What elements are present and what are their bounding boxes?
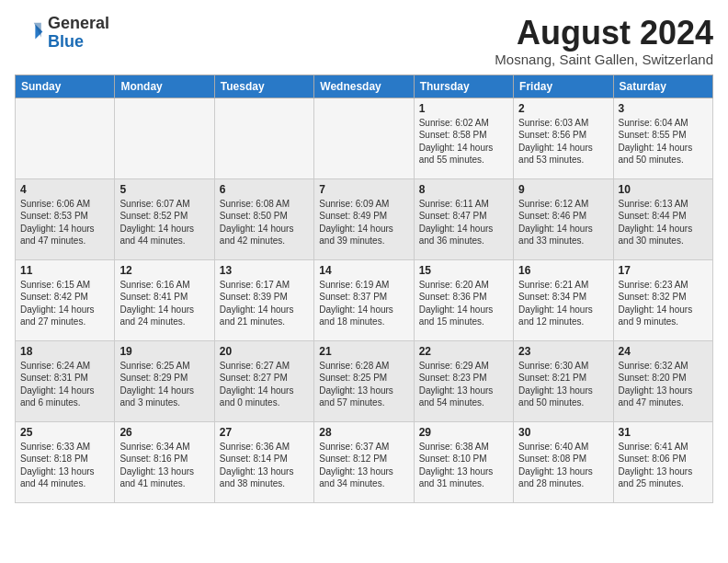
day-number: 13	[220, 264, 309, 277]
day-number: 9	[518, 183, 608, 196]
day-number: 19	[119, 345, 209, 358]
day-cell: 24Sunrise: 6:32 AMSunset: 8:20 PMDayligh…	[613, 340, 712, 421]
logo-icon	[15, 18, 44, 48]
day-info: Sunrise: 6:08 AMSunset: 8:50 PMDaylight:…	[220, 198, 309, 247]
day-cell: 29Sunrise: 6:38 AMSunset: 8:10 PMDayligh…	[414, 421, 513, 502]
week-row-4: 18Sunrise: 6:24 AMSunset: 8:31 PMDayligh…	[16, 340, 713, 421]
day-cell: 21Sunrise: 6:28 AMSunset: 8:25 PMDayligh…	[314, 340, 414, 421]
day-cell	[314, 98, 414, 178]
day-info: Sunrise: 6:07 AMSunset: 8:52 PMDaylight:…	[119, 198, 209, 247]
day-cell: 5Sunrise: 6:07 AMSunset: 8:52 PMDaylight…	[115, 178, 214, 259]
day-info: Sunrise: 6:21 AMSunset: 8:34 PMDaylight:…	[518, 279, 608, 328]
day-cell	[214, 98, 313, 178]
day-number: 3	[619, 102, 708, 115]
day-cell: 12Sunrise: 6:16 AMSunset: 8:41 PMDayligh…	[115, 259, 214, 340]
day-cell: 15Sunrise: 6:20 AMSunset: 8:36 PMDayligh…	[414, 259, 513, 340]
week-row-2: 4Sunrise: 6:06 AMSunset: 8:53 PMDaylight…	[16, 178, 713, 259]
week-row-3: 11Sunrise: 6:15 AMSunset: 8:42 PMDayligh…	[16, 259, 713, 340]
day-cell: 30Sunrise: 6:40 AMSunset: 8:08 PMDayligh…	[514, 421, 613, 502]
day-info: Sunrise: 6:29 AMSunset: 8:23 PMDaylight:…	[419, 360, 508, 409]
day-info: Sunrise: 6:36 AMSunset: 8:14 PMDaylight:…	[220, 441, 309, 490]
day-info: Sunrise: 6:41 AMSunset: 8:06 PMDaylight:…	[619, 441, 708, 490]
day-number: 8	[419, 183, 508, 196]
day-cell: 11Sunrise: 6:15 AMSunset: 8:42 PMDayligh…	[16, 259, 115, 340]
day-number: 17	[619, 264, 708, 277]
day-cell: 3Sunrise: 6:04 AMSunset: 8:55 PMDaylight…	[613, 98, 712, 178]
day-number: 22	[419, 345, 508, 358]
day-info: Sunrise: 6:38 AMSunset: 8:10 PMDaylight:…	[419, 441, 508, 490]
day-number: 20	[220, 345, 309, 358]
day-cell	[115, 98, 214, 178]
day-number: 2	[518, 102, 608, 115]
day-number: 21	[319, 345, 408, 358]
day-number: 6	[220, 183, 309, 196]
week-row-1: 1Sunrise: 6:02 AMSunset: 8:58 PMDaylight…	[16, 98, 713, 178]
day-header-friday: Friday	[514, 75, 613, 98]
day-cell: 10Sunrise: 6:13 AMSunset: 8:44 PMDayligh…	[613, 178, 712, 259]
day-info: Sunrise: 6:24 AMSunset: 8:31 PMDaylight:…	[20, 360, 109, 409]
page-header: General Blue August 2024 Mosnang, Saint …	[15, 15, 713, 67]
day-number: 7	[319, 183, 408, 196]
day-cell: 6Sunrise: 6:08 AMSunset: 8:50 PMDaylight…	[214, 178, 313, 259]
day-header-thursday: Thursday	[414, 75, 513, 98]
day-info: Sunrise: 6:40 AMSunset: 8:08 PMDaylight:…	[518, 441, 608, 490]
day-number: 5	[119, 183, 209, 196]
header-row: SundayMondayTuesdayWednesdayThursdayFrid…	[16, 75, 713, 98]
day-info: Sunrise: 6:17 AMSunset: 8:39 PMDaylight:…	[220, 279, 309, 328]
day-info: Sunrise: 6:09 AMSunset: 8:49 PMDaylight:…	[319, 198, 408, 247]
day-cell	[16, 98, 115, 178]
day-header-saturday: Saturday	[613, 75, 712, 98]
day-cell: 4Sunrise: 6:06 AMSunset: 8:53 PMDaylight…	[16, 178, 115, 259]
day-number: 28	[319, 426, 408, 439]
day-info: Sunrise: 6:06 AMSunset: 8:53 PMDaylight:…	[20, 198, 109, 247]
day-number: 4	[20, 183, 109, 196]
day-info: Sunrise: 6:03 AMSunset: 8:56 PMDaylight:…	[518, 117, 608, 167]
day-header-tuesday: Tuesday	[214, 75, 313, 98]
day-cell: 22Sunrise: 6:29 AMSunset: 8:23 PMDayligh…	[414, 340, 513, 421]
day-cell: 19Sunrise: 6:25 AMSunset: 8:29 PMDayligh…	[115, 340, 214, 421]
day-number: 12	[119, 264, 209, 277]
day-info: Sunrise: 6:16 AMSunset: 8:41 PMDaylight:…	[119, 279, 209, 328]
day-info: Sunrise: 6:12 AMSunset: 8:46 PMDaylight:…	[518, 198, 608, 247]
day-info: Sunrise: 6:33 AMSunset: 8:18 PMDaylight:…	[20, 441, 109, 490]
day-info: Sunrise: 6:20 AMSunset: 8:36 PMDaylight:…	[419, 279, 508, 328]
day-cell: 14Sunrise: 6:19 AMSunset: 8:37 PMDayligh…	[314, 259, 414, 340]
day-cell: 9Sunrise: 6:12 AMSunset: 8:46 PMDaylight…	[514, 178, 613, 259]
calendar-header: SundayMondayTuesdayWednesdayThursdayFrid…	[16, 75, 713, 98]
day-info: Sunrise: 6:32 AMSunset: 8:20 PMDaylight:…	[619, 360, 708, 409]
title-block: August 2024 Mosnang, Saint Gallen, Switz…	[495, 15, 713, 67]
week-row-5: 25Sunrise: 6:33 AMSunset: 8:18 PMDayligh…	[16, 421, 713, 502]
day-cell: 25Sunrise: 6:33 AMSunset: 8:18 PMDayligh…	[16, 421, 115, 502]
calendar-subtitle: Mosnang, Saint Gallen, Switzerland	[495, 52, 713, 67]
day-info: Sunrise: 6:30 AMSunset: 8:21 PMDaylight:…	[518, 360, 608, 409]
day-cell: 18Sunrise: 6:24 AMSunset: 8:31 PMDayligh…	[16, 340, 115, 421]
day-number: 27	[220, 426, 309, 439]
calendar-body: 1Sunrise: 6:02 AMSunset: 8:58 PMDaylight…	[16, 98, 713, 502]
day-number: 29	[419, 426, 508, 439]
day-info: Sunrise: 6:23 AMSunset: 8:32 PMDaylight:…	[619, 279, 708, 328]
logo-text: General Blue	[48, 15, 109, 52]
day-number: 11	[20, 264, 109, 277]
calendar-table: SundayMondayTuesdayWednesdayThursdayFrid…	[15, 75, 713, 503]
day-cell: 8Sunrise: 6:11 AMSunset: 8:47 PMDaylight…	[414, 178, 513, 259]
day-number: 1	[419, 102, 508, 115]
day-header-sunday: Sunday	[16, 75, 115, 98]
day-number: 15	[419, 264, 508, 277]
day-info: Sunrise: 6:13 AMSunset: 8:44 PMDaylight:…	[619, 198, 708, 247]
day-header-monday: Monday	[115, 75, 214, 98]
day-info: Sunrise: 6:34 AMSunset: 8:16 PMDaylight:…	[119, 441, 209, 490]
day-cell: 13Sunrise: 6:17 AMSunset: 8:39 PMDayligh…	[214, 259, 313, 340]
logo: General Blue	[15, 15, 109, 52]
day-info: Sunrise: 6:15 AMSunset: 8:42 PMDaylight:…	[20, 279, 109, 328]
day-number: 10	[619, 183, 708, 196]
day-number: 16	[518, 264, 608, 277]
day-cell: 27Sunrise: 6:36 AMSunset: 8:14 PMDayligh…	[214, 421, 313, 502]
day-cell: 31Sunrise: 6:41 AMSunset: 8:06 PMDayligh…	[613, 421, 712, 502]
day-info: Sunrise: 6:37 AMSunset: 8:12 PMDaylight:…	[319, 441, 408, 490]
day-info: Sunrise: 6:11 AMSunset: 8:47 PMDaylight:…	[419, 198, 508, 247]
day-number: 24	[619, 345, 708, 358]
calendar-title: August 2024	[495, 15, 713, 52]
day-cell: 7Sunrise: 6:09 AMSunset: 8:49 PMDaylight…	[314, 178, 414, 259]
day-header-wednesday: Wednesday	[314, 75, 414, 98]
day-number: 26	[119, 426, 209, 439]
